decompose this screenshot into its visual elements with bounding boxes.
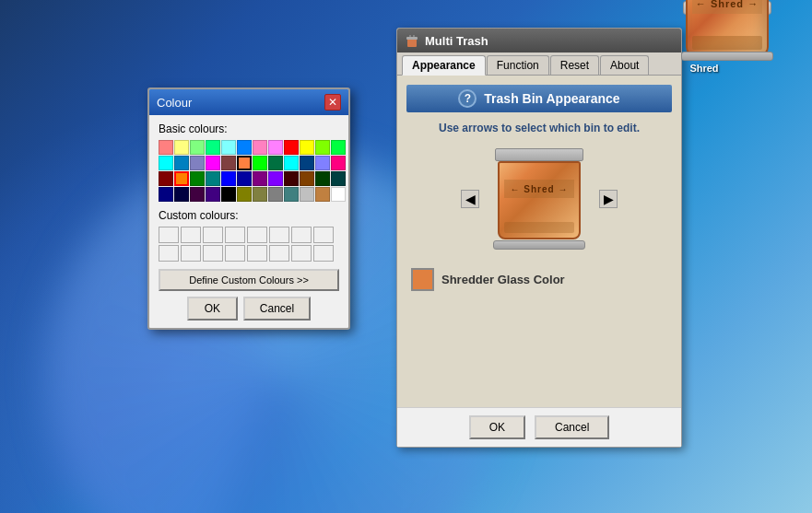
color-cell-34[interactable] xyxy=(315,171,330,186)
color-cell-25[interactable] xyxy=(174,171,189,186)
color-cell-45[interactable] xyxy=(300,187,314,202)
bin-shred-text: ← Shred → xyxy=(696,0,759,9)
color-cell-29[interactable] xyxy=(237,171,252,186)
custom-cell-0[interactable] xyxy=(159,227,179,243)
custom-cell-6[interactable] xyxy=(291,227,312,243)
basic-colours-label: Basic colours: xyxy=(159,122,339,135)
color-cell-5[interactable] xyxy=(237,140,252,155)
color-cell-31[interactable] xyxy=(268,171,283,186)
color-cell-1[interactable] xyxy=(174,140,189,155)
color-cell-33[interactable] xyxy=(300,171,314,186)
custom-cell-5[interactable] xyxy=(269,227,289,243)
custom-colours-label: Custom colours: xyxy=(159,209,339,222)
custom-cell-2[interactable] xyxy=(203,227,223,243)
color-cell-11[interactable] xyxy=(331,140,346,155)
color-cell-17[interactable] xyxy=(237,156,252,170)
bin-viewer: ◀ ← Shred → ▶ xyxy=(406,148,672,250)
color-cell-43[interactable] xyxy=(268,187,283,202)
color-cell-16[interactable] xyxy=(221,156,236,170)
color-cell-47[interactable] xyxy=(331,187,346,202)
color-cell-23[interactable] xyxy=(331,156,346,170)
custom-cell-9[interactable] xyxy=(181,245,201,262)
color-cell-32[interactable] xyxy=(284,171,299,186)
bin-text-band: ← Shred → xyxy=(504,180,574,198)
custom-cell-7[interactable] xyxy=(313,227,334,243)
bin-body: ← Shred → xyxy=(686,0,769,56)
color-cell-19[interactable] xyxy=(268,156,283,170)
color-cell-14[interactable] xyxy=(190,156,205,170)
next-bin-arrow[interactable]: ▶ xyxy=(599,190,618,208)
color-cell-4[interactable] xyxy=(221,140,236,155)
color-cell-42[interactable] xyxy=(253,187,267,202)
color-cell-21[interactable] xyxy=(300,156,314,170)
tab-about[interactable]: About xyxy=(600,55,649,75)
custom-cell-14[interactable] xyxy=(291,245,312,262)
title-left: Multi Trash xyxy=(405,33,488,48)
color-cell-35[interactable] xyxy=(331,171,346,186)
color-cell-12[interactable] xyxy=(159,156,173,170)
mt-cancel-button[interactable]: Cancel xyxy=(535,415,609,439)
colour-dialog-title: Colour xyxy=(157,96,192,110)
color-cell-28[interactable] xyxy=(221,171,236,186)
color-cell-9[interactable] xyxy=(300,140,314,155)
color-cell-26[interactable] xyxy=(190,171,205,186)
custom-cell-8[interactable] xyxy=(159,245,179,262)
prev-bin-arrow[interactable]: ◀ xyxy=(461,190,479,208)
colour-ok-button[interactable]: OK xyxy=(187,297,238,321)
color-cell-37[interactable] xyxy=(174,187,189,202)
color-swatch[interactable] xyxy=(411,268,434,291)
bin-label-band: ← Shred → xyxy=(692,0,762,14)
color-cell-13[interactable] xyxy=(174,156,189,170)
color-cell-46[interactable] xyxy=(315,187,330,202)
color-cell-3[interactable] xyxy=(206,140,220,155)
color-cell-27[interactable] xyxy=(206,171,220,186)
color-cell-44[interactable] xyxy=(284,187,299,202)
color-cell-38[interactable] xyxy=(190,187,205,202)
svg-rect-1 xyxy=(406,37,418,40)
color-cell-18[interactable] xyxy=(253,156,267,170)
shred-desktop-icon[interactable]: ← Shred → Shred xyxy=(677,1,732,84)
bin-lid-top xyxy=(495,148,583,161)
color-cell-6[interactable] xyxy=(253,140,267,155)
trash-bin-visual: ← Shred → xyxy=(493,148,585,250)
color-cell-30[interactable] xyxy=(253,171,267,186)
help-icon[interactable]: ? xyxy=(458,89,477,108)
custom-cell-3[interactable] xyxy=(225,227,245,243)
tab-function[interactable]: Function xyxy=(487,55,549,75)
mt-ok-button[interactable]: OK xyxy=(469,415,525,439)
colour-cancel-button[interactable]: Cancel xyxy=(243,297,311,321)
custom-cell-13[interactable] xyxy=(269,245,289,262)
custom-cell-1[interactable] xyxy=(181,227,201,243)
define-custom-colours-button[interactable]: Define Custom Colours >> xyxy=(159,269,339,291)
multi-trash-titlebar: Multi Trash xyxy=(397,29,681,52)
color-cell-2[interactable] xyxy=(190,140,205,155)
color-cell-15[interactable] xyxy=(206,156,220,170)
colour-dialog: Colour ✕ Basic colours: Custom colours: … xyxy=(147,87,350,330)
mt-header-text: Trash Bin Appearance xyxy=(484,91,619,106)
color-cell-8[interactable] xyxy=(284,140,299,155)
color-cell-10[interactable] xyxy=(315,140,330,155)
tab-appearance[interactable]: Appearance xyxy=(402,55,486,76)
custom-cell-12[interactable] xyxy=(247,245,267,262)
mt-content-area: ? Trash Bin Appearance Use arrows to sel… xyxy=(397,76,681,407)
colour-dialog-buttons: OK Cancel xyxy=(159,297,339,321)
color-cell-24[interactable] xyxy=(159,171,173,186)
color-cell-39[interactable] xyxy=(206,187,220,202)
custom-cell-4[interactable] xyxy=(247,227,267,243)
color-cell-20[interactable] xyxy=(284,156,299,170)
colour-dialog-titlebar: Colour ✕ xyxy=(149,89,348,115)
color-cell-7[interactable] xyxy=(268,140,283,155)
custom-cell-10[interactable] xyxy=(203,245,223,262)
colour-dialog-close[interactable]: ✕ xyxy=(324,94,341,111)
tab-reset[interactable]: Reset xyxy=(550,55,599,75)
bin-base xyxy=(493,240,585,250)
bin-bottom-band xyxy=(681,52,773,61)
color-cell-40[interactable] xyxy=(221,187,236,202)
shred-icon-label: Shred xyxy=(689,63,718,74)
custom-cell-15[interactable] xyxy=(313,245,334,262)
custom-cell-11[interactable] xyxy=(225,245,245,262)
color-cell-36[interactable] xyxy=(159,187,173,202)
color-cell-22[interactable] xyxy=(315,156,330,170)
color-cell-41[interactable] xyxy=(237,187,252,202)
color-cell-0[interactable] xyxy=(159,140,173,155)
